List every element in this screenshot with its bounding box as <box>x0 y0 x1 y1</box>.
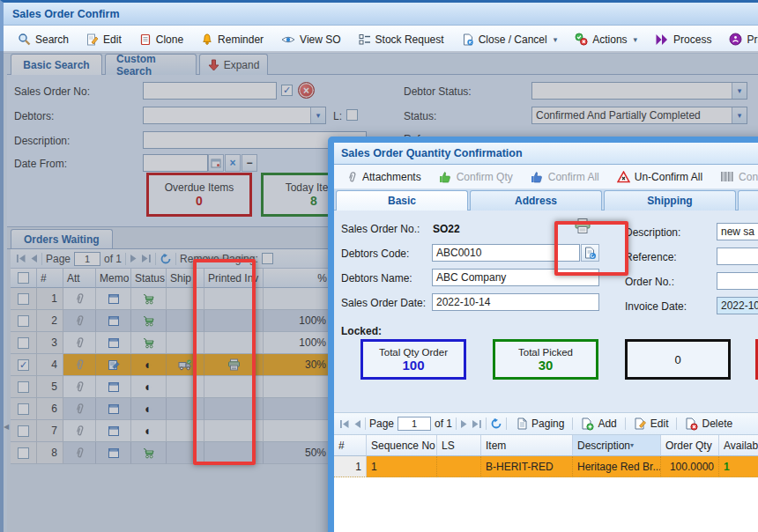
dialog-grid-row[interactable]: 11B-HERIT-REDHeritage Red Br...100.00001 <box>334 456 758 477</box>
toolbar-close-cancel-button[interactable]: Close / Cancel▾ <box>453 29 567 50</box>
view-so-label: View SO <box>300 33 340 46</box>
actions-icon <box>575 33 588 46</box>
tab-partial[interactable] <box>738 190 758 211</box>
refresh-icon[interactable] <box>490 417 502 430</box>
sequence-no: 1 <box>367 456 437 477</box>
search-label: Search <box>35 33 69 46</box>
toolbar-confirm-qty-button[interactable]: Confirm Qty <box>430 166 522 188</box>
so-date-input[interactable]: 2022-10-14 <box>432 293 599 311</box>
column-header-ls[interactable]: LS <box>437 435 481 456</box>
next-page-icon[interactable] <box>460 419 468 429</box>
last-page-icon[interactable] <box>472 419 482 429</box>
order-qty: 100.0000 <box>661 456 719 477</box>
column-header-item[interactable]: Item <box>481 435 573 456</box>
toolbar-stock-request-button[interactable]: Stock Request <box>350 29 453 50</box>
tab-address[interactable]: Address <box>470 190 602 211</box>
printed-column-highlight <box>193 259 256 465</box>
dialog-titlebar: Sales Order Quantity Confirmation <box>334 143 758 165</box>
toolbar-confirm-all-button[interactable]: Confirm All <box>522 166 608 188</box>
delete-button[interactable]: Delete <box>679 414 739 433</box>
confirm-scan-label: Confirm Scan <box>739 171 758 183</box>
dialog-grid-empty-area <box>334 477 758 532</box>
total-third-box: 0 <box>625 339 731 380</box>
toolbar-reminder-button[interactable]: Reminder <box>192 29 272 50</box>
dialog-toolbar: AttachmentsConfirm QtyConfirm AllUn-Conf… <box>334 165 758 189</box>
print-export-icon <box>729 33 742 46</box>
tab-basic[interactable]: Basic <box>336 190 468 211</box>
dlg-order-no-label: Order No.: <box>625 276 674 288</box>
tab-shipping[interactable]: Shipping <box>604 190 736 211</box>
toolbar-clone-button[interactable]: Clone <box>130 29 192 50</box>
item-code: B-HERIT-RED <box>481 456 573 477</box>
paging-button[interactable]: Paging <box>510 414 570 433</box>
process-icon <box>655 33 669 46</box>
edit-label: Edit <box>103 33 122 46</box>
so-no-value: SO22 <box>433 223 460 235</box>
dialog-grid-pager: Page 1 of 1 PagingAddEditDelete <box>334 412 758 435</box>
confirm-all-label: Confirm All <box>548 171 599 183</box>
print-export-label: Print/Export <box>747 33 758 46</box>
attachments-icon <box>346 171 358 183</box>
attachments-label: Attachments <box>362 171 421 183</box>
main-toolbar: SearchEditCloneReminderView SOStock Requ… <box>4 26 758 54</box>
page-of-label: of 1 <box>435 417 452 430</box>
actions-label: Actions <box>592 33 627 46</box>
toolbar-view-so-button[interactable]: View SO <box>272 29 349 50</box>
dlg-order-no-input[interactable] <box>717 272 758 290</box>
search-icon <box>18 33 31 46</box>
column-header-[interactable]: # <box>334 435 367 456</box>
delete-icon <box>685 417 698 431</box>
total-picked-box: Total Picked 30 <box>493 339 598 380</box>
dlg-invoice-date-input[interactable]: 2022-10-14 <box>717 297 758 314</box>
stock-request-icon <box>359 33 371 46</box>
column-header-sequence-no[interactable]: Sequence No <box>367 435 437 456</box>
confirm-all-icon <box>531 171 544 183</box>
first-page-icon[interactable] <box>339 419 350 429</box>
window-titlebar: Sales Order Confirm <box>4 3 758 26</box>
dlg-invoice-date-label: Invoice Date: <box>625 300 687 313</box>
clone-label: Clone <box>156 33 183 46</box>
stock-request-label: Stock Request <box>375 33 444 46</box>
prev-page-icon[interactable] <box>353 419 361 429</box>
edit-button[interactable]: Edit <box>628 414 675 433</box>
print-icon-highlight <box>554 221 628 276</box>
dialog-grid-header: #Sequence NoLSItemDescription ▾Order Qty… <box>334 435 758 456</box>
paging-icon <box>516 417 528 430</box>
dlg-description-label: Description: <box>625 226 680 239</box>
dlg-reference-label: Reference: <box>625 251 677 263</box>
confirm-qty-label: Confirm Qty <box>457 171 513 183</box>
chevron-down-icon: ▾ <box>554 35 558 44</box>
dlg-reference-input[interactable] <box>717 248 758 265</box>
reminder-icon <box>201 33 213 46</box>
confirm-scan-icon <box>720 171 734 182</box>
dlg-description-input[interactable]: new sa <box>717 223 758 240</box>
available-qty: 1 <box>719 456 758 477</box>
page-label: Page <box>369 417 394 430</box>
page-input[interactable]: 1 <box>398 417 431 431</box>
toolbar-print-export-button[interactable]: Print/Export▾ <box>720 29 758 50</box>
dialog-tabstrip: Basic Address Shipping <box>334 189 758 211</box>
quantity-confirmation-dialog: Sales Order Quantity Confirmation Attach… <box>328 137 758 532</box>
dialog-title: Sales Order Quantity Confirmation <box>341 147 523 159</box>
toolbar-actions-button[interactable]: Actions▾ <box>566 29 646 50</box>
column-header-available[interactable]: Available <box>719 435 758 456</box>
toolbar-confirm-scan-button[interactable]: Confirm Scan <box>711 166 758 188</box>
toolbar-process-button[interactable]: Process <box>646 29 720 50</box>
column-header-description[interactable]: Description ▾ <box>573 435 661 456</box>
view-so-icon <box>281 34 295 45</box>
toolbar-search-button[interactable]: Search <box>9 29 78 50</box>
column-header-order-qty[interactable]: Order Qty <box>661 435 719 456</box>
add-icon <box>581 417 594 431</box>
process-label: Process <box>673 33 711 46</box>
toolbar-attachments-button[interactable]: Attachments <box>338 166 430 188</box>
toolbar-edit-button[interactable]: Edit <box>78 29 130 50</box>
reminder-label: Reminder <box>218 33 264 46</box>
toolbar-un-confirm-all-button[interactable]: Un-Confirm All <box>608 166 711 188</box>
edit-icon <box>634 417 647 431</box>
add-button[interactable]: Add <box>575 414 622 433</box>
un-confirm-all-label: Un-Confirm All <box>635 171 702 183</box>
close-cancel-label: Close / Cancel <box>479 33 547 46</box>
close-cancel-icon <box>462 33 474 46</box>
confirm-qty-icon <box>439 171 452 183</box>
ls <box>437 456 481 477</box>
